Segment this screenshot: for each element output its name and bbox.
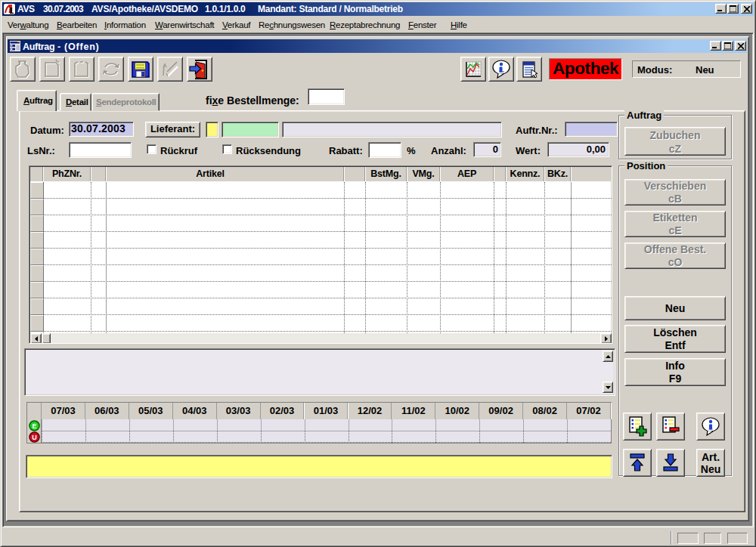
svg-text:E: E [32,422,36,430]
svg-text:U: U [32,434,37,441]
